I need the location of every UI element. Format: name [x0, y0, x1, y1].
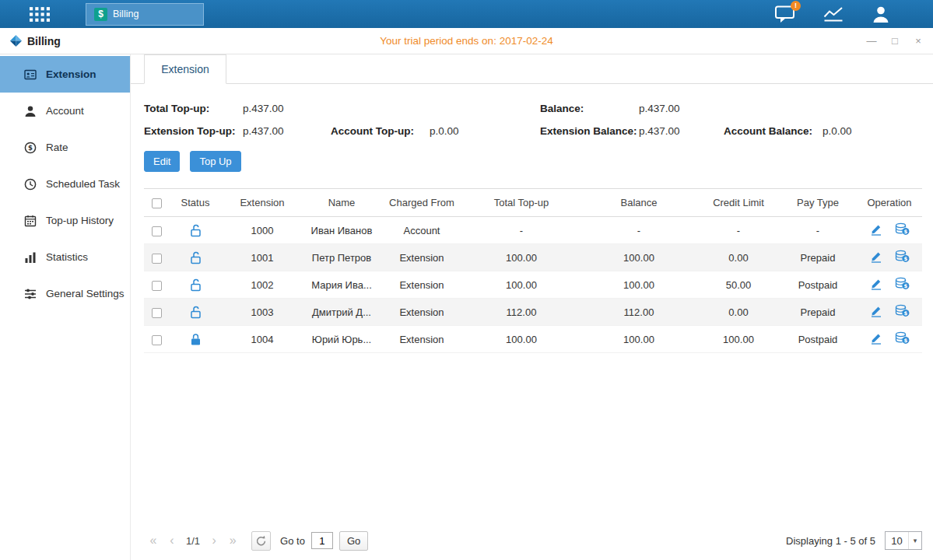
- table-header-row: Status Extension Name Charged From Total…: [144, 189, 922, 217]
- sidebar-item-rate[interactable]: Rate: [0, 129, 130, 166]
- col-total-topup: Total Top-up: [463, 189, 580, 217]
- sidebar-item-account[interactable]: Account: [0, 93, 130, 129]
- cell-pay-type: -: [779, 217, 857, 244]
- sidebar-item-label: Top-up History: [46, 215, 114, 226]
- resource-monitor-button[interactable]: [823, 6, 844, 22]
- page-size-select[interactable]: 10 ▾: [885, 531, 922, 550]
- edit-extension-icon[interactable]: [870, 250, 882, 265]
- sidebar: Extension Account Rate Scheduled Task To…: [0, 54, 131, 560]
- desktop-topbar: $ Billing !: [0, 0, 933, 28]
- billing-app-logo-icon: [9, 34, 23, 47]
- rate-dollar-circle-icon: [24, 142, 37, 154]
- first-page-icon[interactable]: «: [144, 534, 163, 548]
- row-checkbox[interactable]: [152, 281, 162, 291]
- cell-charged-from: Extension: [381, 244, 463, 271]
- summary-extension-topup: Extension Top-up:p.437.00: [144, 125, 331, 137]
- table-row[interactable]: 1000 Иван Иванов Account - - - -: [144, 217, 922, 244]
- col-extension: Extension: [222, 189, 303, 217]
- top-up-extension-icon[interactable]: [895, 331, 910, 347]
- cell-name: Дмитрий Д...: [303, 299, 381, 326]
- cell-credit-limit: 0.00: [698, 299, 779, 326]
- summary-account-topup: Account Top-up:p.0.00: [331, 125, 540, 137]
- sidebar-item-label: Extension: [46, 68, 96, 80]
- row-checkbox[interactable]: [152, 335, 162, 345]
- edit-extension-icon[interactable]: [870, 305, 882, 320]
- bar-chart-icon: [24, 251, 37, 264]
- cell-total-topup: -: [463, 217, 580, 244]
- goto-page-input[interactable]: [311, 532, 333, 549]
- user-account-button[interactable]: [872, 5, 890, 23]
- tab-extension[interactable]: Extension: [144, 54, 226, 84]
- select-all-checkbox[interactable]: [152, 198, 162, 208]
- sidebar-item-label: Rate: [46, 142, 68, 153]
- top-up-button[interactable]: Top Up: [190, 151, 240, 172]
- billing-app-screen: $ Billing ! Billing Your trial period en…: [0, 0, 933, 560]
- table-row[interactable]: 1001 Петр Петров Extension 100.00 100.00…: [144, 244, 922, 271]
- sidebar-item-scheduled-task[interactable]: Scheduled Task: [0, 166, 130, 202]
- cell-name: Юрий Юрь...: [303, 326, 381, 353]
- app-launcher-button[interactable]: [30, 7, 50, 22]
- topbar-right-icons: !: [775, 5, 890, 23]
- cell-balance: 100.00: [580, 326, 698, 353]
- summary-extension-balance: Extension Balance:p.437.00: [540, 125, 724, 137]
- cell-name: Петр Петров: [303, 244, 381, 271]
- summary-panel: Total Top-up:p.437.00 Balance:p.437.00 E…: [131, 84, 933, 137]
- window-controls: — □ ×: [866, 35, 924, 47]
- table-row[interactable]: 1004 Юрий Юрь... Extension 100.00 100.00…: [144, 326, 922, 353]
- col-name: Name: [303, 189, 381, 217]
- row-checkbox[interactable]: [152, 226, 162, 236]
- refresh-button[interactable]: [251, 531, 271, 551]
- sidebar-item-extension[interactable]: Extension: [0, 56, 130, 93]
- topbar-billing-tab-label: Billing: [113, 9, 139, 19]
- summary-total-topup: Total Top-up:p.437.00: [144, 103, 331, 114]
- sidebar-item-label: Account: [46, 105, 84, 117]
- table-row[interactable]: 1003 Дмитрий Д... Extension 112.00 112.0…: [144, 299, 922, 326]
- clock-icon: [24, 178, 37, 191]
- sidebar-item-topup-history[interactable]: Top-up History: [0, 202, 130, 239]
- top-up-extension-icon[interactable]: [895, 222, 910, 238]
- close-button[interactable]: ×: [913, 35, 924, 47]
- table-row[interactable]: 1002 Мария Ива... Extension 100.00 100.0…: [144, 271, 922, 299]
- notifications-button[interactable]: !: [775, 5, 795, 23]
- col-charged-from: Charged From: [381, 189, 463, 217]
- cell-credit-limit: 50.00: [698, 271, 779, 299]
- prev-page-icon[interactable]: ‹: [163, 534, 181, 548]
- top-up-extension-icon[interactable]: [895, 250, 910, 265]
- top-up-extension-icon[interactable]: [895, 304, 910, 320]
- next-page-icon[interactable]: ›: [205, 534, 223, 548]
- cell-total-topup: 112.00: [463, 299, 580, 326]
- notification-badge: !: [791, 1, 801, 11]
- top-up-extension-icon[interactable]: [895, 277, 910, 292]
- cell-pay-type: Postpaid: [779, 326, 857, 353]
- sidebar-item-general-settings[interactable]: General Settings: [0, 275, 130, 312]
- extension-table: Status Extension Name Charged From Total…: [144, 188, 922, 353]
- status-lock-icon: [190, 305, 202, 317]
- summary-account-balance: Account Balance:p.0.00: [724, 125, 922, 137]
- cell-credit-limit: -: [698, 217, 779, 244]
- col-pay-type: Pay Type: [779, 189, 857, 217]
- displaying-status: Displaying 1 - 5 of 5: [786, 535, 875, 547]
- cell-extension: 1003: [222, 299, 303, 326]
- cell-extension: 1000: [222, 217, 303, 244]
- edit-button[interactable]: Edit: [144, 151, 180, 172]
- cell-charged-from: Extension: [381, 271, 463, 299]
- go-button[interactable]: Go: [339, 531, 368, 551]
- row-checkbox[interactable]: [152, 308, 162, 318]
- window-title: Billing: [27, 35, 61, 47]
- col-balance: Balance: [580, 189, 698, 217]
- edit-extension-icon[interactable]: [870, 332, 882, 347]
- cell-pay-type: Prepaid: [779, 299, 857, 326]
- trial-notice: Your trial period ends on: 2017-02-24: [0, 35, 933, 47]
- minimize-button[interactable]: —: [866, 35, 877, 47]
- topbar-billing-tab[interactable]: $ Billing: [86, 3, 204, 26]
- edit-extension-icon[interactable]: [870, 278, 882, 292]
- cell-balance: -: [580, 217, 698, 244]
- last-page-icon[interactable]: »: [223, 534, 242, 548]
- status-lock-icon: [190, 332, 202, 344]
- sidebar-item-statistics[interactable]: Statistics: [0, 239, 130, 275]
- row-checkbox[interactable]: [152, 254, 162, 264]
- maximize-button[interactable]: □: [889, 35, 900, 47]
- line-chart-icon: [823, 6, 844, 22]
- edit-extension-icon[interactable]: [870, 223, 882, 238]
- billing-dollar-icon: $: [94, 8, 107, 21]
